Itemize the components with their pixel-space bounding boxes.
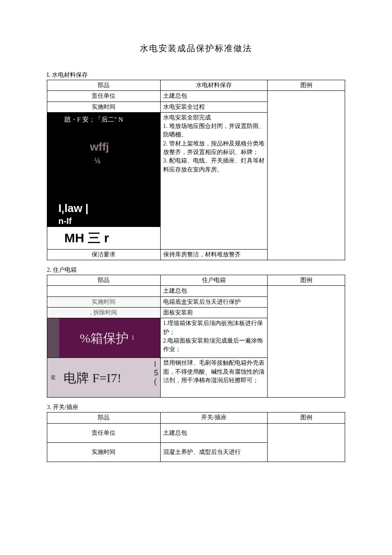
header-cell: 住户电箱 bbox=[160, 275, 268, 286]
label-cell: 责任单位 bbox=[47, 423, 161, 442]
section2-table: 部品 住户电箱 图例 土建总包 实施时间 电箱底盒安装后当天进行保护 , 拆除时… bbox=[47, 275, 345, 398]
box-protection-image: %箱保护 1 bbox=[47, 318, 160, 357]
label-cell: , 拆除时间 bbox=[47, 308, 161, 318]
section1-heading: L 水电材料保存 bbox=[47, 71, 345, 79]
section3-table: 部品 开关/插座 图例 责任单位 土建总包 实施时间 混凝土养护、成型后当天进行 bbox=[47, 412, 345, 462]
document-title: 水电安装成品保护标准做法 bbox=[47, 43, 345, 54]
document-page: 水电安装成品保护标准做法 L 水电材料保存 部品 水电材料保存 图例 责任单位 … bbox=[0, 0, 392, 485]
value-cell: 土建总包 bbox=[160, 91, 268, 102]
section1-table: 部品 水电材料保存 图例 责任单位 土建总包 实施时间 水电安装全过程 蹠・F … bbox=[47, 80, 345, 260]
header-cell: 开关/插座 bbox=[160, 413, 268, 423]
header-cell: 部品 bbox=[47, 80, 161, 91]
material-storage-image: 蹠・F 安；「后二" N wffj ⅛ Iˌlaw | n‑If MH 三 r bbox=[47, 113, 160, 249]
value-cell: 混凝土养护、成型后当天进行 bbox=[160, 442, 268, 462]
image-text: 5 bbox=[154, 369, 159, 378]
image-text: ( bbox=[154, 378, 159, 386]
description-cell: 水电安装全部完成 1. 堆放场地应围合封闭，并设置防雨、防晒棚。 2. 管材上架… bbox=[160, 112, 268, 249]
header-cell: 部品 bbox=[47, 413, 161, 423]
table-row: 部品 住户电箱 图例 bbox=[47, 275, 345, 286]
section3-heading: 3. 开关/插座 bbox=[47, 404, 345, 411]
legend-cell bbox=[268, 286, 345, 398]
image-text: 蹠・F 安；「后二" N bbox=[64, 115, 123, 125]
table-row: 责任单位 土建总包 bbox=[47, 91, 345, 102]
image-body: %箱保护 1 bbox=[59, 318, 160, 357]
legend-cell bbox=[268, 91, 345, 260]
image-bar bbox=[47, 318, 59, 357]
legend-cell bbox=[268, 423, 345, 462]
image-cell: 星 电牌 F=I7! I 5 ( bbox=[47, 358, 161, 398]
header-cell: 图例 bbox=[268, 275, 345, 286]
value-cell: 保持库房整洁，材料堆放整齐 bbox=[160, 249, 268, 260]
label-cell: 实施时间 bbox=[47, 102, 161, 112]
header-cell: 部品 bbox=[47, 275, 161, 286]
table-row: 土建总包 bbox=[47, 286, 345, 296]
electrical-label-image: 星 电牌 F=I7! I 5 ( bbox=[47, 358, 160, 397]
table-row: 部品 开关/插座 图例 bbox=[47, 413, 345, 423]
section2-heading: 2. 住户电箱 bbox=[47, 266, 345, 274]
header-cell: 图例 bbox=[268, 413, 345, 423]
table-row: 部品 水电材料保存 图例 bbox=[47, 80, 345, 91]
label-cell: 保洁要求 bbox=[47, 249, 161, 260]
image-cell: 蹠・F 安；「后二" N wffj ⅛ Iˌlaw | n‑If MH 三 r bbox=[47, 112, 161, 249]
value-cell: 土建总包 bbox=[160, 286, 268, 296]
image-text: 电牌 F=I7! bbox=[63, 369, 121, 387]
value-cell: 水电安装全过程 bbox=[160, 102, 268, 112]
image-text: 1 bbox=[131, 334, 134, 342]
image-text: ⅛ bbox=[94, 155, 101, 166]
image-text: wffj bbox=[90, 139, 109, 155]
empty-cell bbox=[47, 286, 161, 296]
image-text: I bbox=[154, 360, 159, 369]
label-cell: 实施时间 bbox=[47, 296, 161, 307]
image-text: MH 三 r bbox=[47, 227, 160, 249]
image-cell: %箱保护 1 bbox=[47, 318, 161, 358]
image-text: n‑If bbox=[58, 215, 72, 227]
value-cell: 面板安装前 bbox=[160, 308, 268, 318]
image-side-text: I 5 ( bbox=[154, 360, 159, 386]
image-text: %箱保护 bbox=[80, 329, 129, 348]
image-body: 电牌 F=I7! I 5 ( bbox=[59, 358, 160, 397]
value-cell: 土建总包 bbox=[160, 423, 268, 442]
image-text: Iˌlaw | bbox=[58, 200, 89, 217]
value-cell: 电箱底盒安装后当天进行保护 bbox=[160, 296, 268, 307]
label-cell: 责任单位 bbox=[47, 91, 161, 102]
table-row: 责任单位 土建总包 bbox=[47, 423, 345, 442]
image-bar: 星 bbox=[47, 358, 59, 397]
header-cell: 图例 bbox=[268, 80, 345, 91]
description-cell: 1.埋墙箱体安装后须内嵌泡沫板进行保护； 2.电箱面板安装前须完成最后一遍涂饰作… bbox=[160, 318, 268, 358]
header-cell: 水电材料保存 bbox=[160, 80, 268, 91]
label-cell: 实施时间 bbox=[47, 442, 161, 462]
description-cell: 禁用钢丝球、毛刷等接触配电箱外壳表面，不得使用酸、碱性及有腐蚀性的清洁剂，用干净… bbox=[160, 358, 268, 398]
